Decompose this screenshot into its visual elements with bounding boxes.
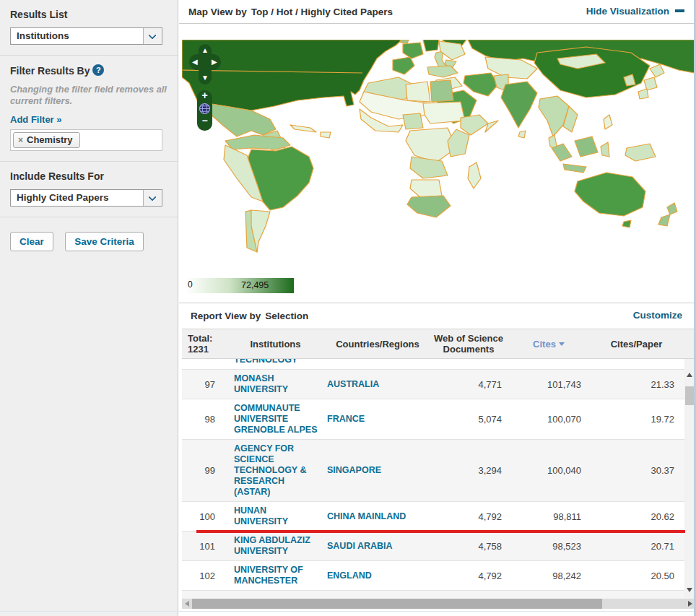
dropdown-button [143, 190, 162, 206]
sort-caret-icon [559, 342, 565, 346]
vertical-scrollbar-thumb[interactable] [685, 386, 694, 405]
cell-institution[interactable]: CHEMICAL TECHNOLOGY [224, 359, 327, 365]
table-row: 101KING ABDULAZIZ UNIVERSITYSAUDI ARABIA… [182, 532, 684, 561]
hide-visualization-link[interactable]: Hide Visualization [586, 0, 684, 23]
table-row: 102UNIVERSITY OF MANCHESTERENGLAND4,7929… [182, 561, 684, 591]
cell-country[interactable]: AUSTRALIA [327, 379, 428, 390]
table-viewport: CHEMICAL TECHNOLOGYMAINLAND97MONASH UNIV… [182, 359, 695, 599]
cell-cites: 98,242 [509, 571, 588, 581]
cell-docs: 4,758 [428, 541, 509, 552]
column-header-cites[interactable]: Cites [509, 339, 588, 350]
include-results-dropdown[interactable]: Highly Cited Papers [10, 189, 162, 207]
world-map-svg [182, 40, 694, 278]
cell-country[interactable]: FRANCE [327, 414, 428, 425]
cell-rank: 99 [182, 465, 224, 476]
main-panel: Map View byTop / Hot / Highly Cited Pape… [179, 0, 694, 616]
cell-rank: 98 [182, 414, 224, 425]
cell-cpp: 20.62 [588, 511, 684, 522]
map-color-legend: 0 72,495 [186, 278, 294, 293]
globe-icon[interactable] [199, 103, 211, 115]
clear-button[interactable]: Clear [10, 232, 53, 251]
results-list-value: Institutions [11, 28, 162, 44]
cell-cites: 98,523 [509, 541, 588, 552]
cell-institution[interactable]: AGENCY FOR SCIENCE TECHNOLOGY & RESEARCH… [224, 443, 327, 498]
table-row: 103TOHOKUJAPAN6,55697,55214.88 [182, 591, 684, 599]
table-header-row: Total: 1231 Institutions Countries/Regio… [182, 329, 695, 359]
zoom-in-button[interactable]: + [197, 90, 212, 102]
filter-heading: Filter Results By [10, 65, 90, 77]
filter-chipbox: ×Chemistry [10, 129, 162, 151]
cell-rank: 100 [182, 511, 224, 522]
column-header-documents: Web of Science Documents [428, 333, 509, 355]
report-view-title-detail: Selection [265, 311, 308, 321]
table-body: CHEMICAL TECHNOLOGYMAINLAND97MONASH UNIV… [182, 359, 684, 599]
table-row: 100HUNAN UNIVERSITYCHINA MAINLAND4,79298… [182, 502, 684, 532]
results-list-heading: Results List [10, 9, 168, 20]
customize-link[interactable]: Customize [633, 303, 682, 328]
cell-docs: 5,074 [428, 414, 509, 425]
cell-docs: 4,792 [428, 571, 509, 581]
filter-note: Changing the filter field removes all cu… [10, 84, 168, 107]
include-results-section: Include Results For Highly Cited Papers [0, 162, 178, 217]
map-zoom-control: + − [197, 90, 212, 131]
scroll-down-arrow[interactable] [684, 584, 695, 596]
zoom-out-button[interactable]: − [197, 116, 212, 127]
horizontal-scrollbar[interactable] [182, 599, 695, 609]
cell-docs: 3,294 [428, 465, 509, 476]
cell-cites: 100,040 [509, 465, 588, 476]
cell-country[interactable]: MAINLAND [327, 359, 428, 360]
filter-section: Filter Results By? Changing the filter f… [0, 56, 178, 162]
save-criteria-button[interactable]: Save Criteria [65, 232, 144, 251]
include-results-value: Highly Cited Papers [11, 190, 162, 206]
cell-institution[interactable]: MONASH UNIVERSITY [224, 373, 327, 395]
cell-cites: 98,811 [509, 511, 588, 522]
cell-country[interactable]: CHINA MAINLAND [327, 511, 428, 522]
scroll-up-arrow[interactable] [684, 369, 695, 381]
pan-up-arrow-icon[interactable]: ▲ [201, 47, 209, 54]
cell-docs: 4,792 [428, 511, 509, 522]
results-list-section: Results List Institutions [0, 0, 178, 56]
cell-institution[interactable]: KING ABDULAZIZ UNIVERSITY [224, 535, 327, 557]
results-table: Total: 1231 Institutions Countries/Regio… [182, 329, 695, 609]
cell-cpp: 30.37 [588, 465, 684, 476]
cell-cites: 100,070 [509, 414, 588, 425]
cell-institution[interactable]: HUNAN UNIVERSITY [224, 506, 327, 527]
filter-chip: ×Chemistry [13, 132, 80, 148]
pan-right-arrow-icon[interactable]: ▶ [212, 58, 217, 66]
scroll-right-arrow[interactable] [684, 599, 695, 609]
report-view-header: Report View bySelection Customize [179, 303, 694, 329]
remove-chip-icon[interactable]: × [18, 135, 23, 145]
minus-icon [675, 9, 684, 12]
pan-down-arrow-icon[interactable]: ▼ [201, 74, 209, 82]
horizontal-scrollbar-thumb[interactable] [192, 599, 602, 609]
table-row: 98COMMUNAUTE UNIVERSITE GRENOBLE ALPESFR… [182, 399, 684, 440]
vertical-scrollbar[interactable] [684, 359, 695, 599]
cell-country[interactable]: ENGLAND [327, 571, 428, 581]
page-bottom-divider [0, 611, 694, 612]
cell-country[interactable]: SINGAPORE [327, 465, 428, 476]
table-row: 99AGENCY FOR SCIENCE TECHNOLOGY & RESEAR… [182, 440, 684, 502]
cell-cites: 101,743 [509, 379, 588, 390]
column-header-institutions: Institutions [224, 339, 327, 350]
cell-country[interactable]: SAUDI ARABIA [327, 541, 428, 552]
cell-institution[interactable]: COMMUNAUTE UNIVERSITE GRENOBLE ALPES [224, 403, 327, 435]
results-list-dropdown[interactable]: Institutions [10, 27, 162, 45]
map-view-header: Map View byTop / Hot / Highly Cited Pape… [179, 0, 694, 24]
map-pan-control: ▲ ◀ ▶ ▼ [189, 44, 221, 84]
column-header-cites-per-paper: Cites/Paper [588, 339, 684, 350]
cell-cpp: 21.33 [588, 379, 684, 390]
world-map[interactable]: ▲ ◀ ▶ ▼ + − 0 72,495 [179, 24, 694, 303]
cell-cpp: 20.50 [588, 571, 684, 581]
sidebar: Results List Institutions Filter Results… [0, 0, 178, 616]
dropdown-button [143, 28, 162, 44]
pan-left-arrow-icon[interactable]: ◀ [192, 58, 198, 66]
map-view-title-detail: Top / Hot / Highly Cited Papers [251, 6, 393, 17]
map-view-title: Map View by [188, 6, 247, 17]
help-icon[interactable]: ? [92, 64, 104, 76]
cell-institution[interactable]: UNIVERSITY OF MANCHESTER [224, 565, 327, 586]
add-filter-link[interactable]: Add Filter » [10, 114, 62, 125]
scroll-left-arrow[interactable] [182, 599, 192, 609]
cell-cpp: 20.71 [588, 541, 684, 552]
chevron-down-icon [148, 31, 156, 39]
sidebar-buttons: Clear Save Criteria [0, 217, 178, 266]
